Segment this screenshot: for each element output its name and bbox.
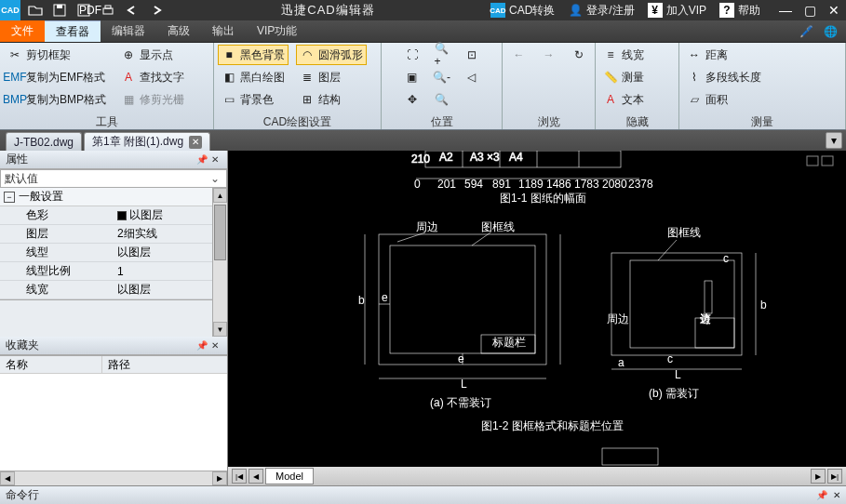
tab-vip[interactable]: VIP功能 — [246, 20, 308, 42]
show-point-button[interactable]: ⊕显示点 — [117, 45, 188, 65]
favorites-hscroll[interactable]: ◀ ▶ — [0, 471, 227, 485]
copy-emf-button[interactable]: EMF复制为EMF格式 — [4, 67, 110, 87]
close-panel-icon[interactable]: ✕ — [208, 153, 222, 166]
svg-rect-45 — [630, 260, 734, 348]
print-icon[interactable] — [101, 3, 115, 18]
zoom-extents-icon[interactable]: ⊡ — [461, 45, 483, 65]
bw-draw-button[interactable]: ◧黑白绘图 — [218, 67, 289, 87]
pin-icon[interactable]: 📌 — [816, 490, 827, 500]
open-icon[interactable] — [28, 3, 43, 18]
tab-scroll-next-icon[interactable]: ▶ — [811, 469, 826, 484]
drawing-canvas[interactable]: 210 A2 A3 ×3 A4 0 201 594 891 1189 1486 — [228, 151, 846, 467]
tab-editor[interactable]: 编辑器 — [101, 20, 156, 42]
nav-refresh-icon[interactable]: ↻ — [568, 45, 590, 65]
minimize-button[interactable]: — — [773, 1, 798, 20]
command-line[interactable]: 命令行 📌 ✕ — [0, 485, 846, 504]
tab-scroll-last-icon[interactable]: ▶| — [827, 469, 842, 484]
prop-row-layer[interactable]: 图层2细实线 — [0, 225, 227, 244]
tab-scroll-first-icon[interactable]: |◀ — [232, 469, 247, 484]
area-icon: ▱ — [687, 92, 702, 107]
smooth-arc-button[interactable]: ◠圆滑弧形 — [296, 45, 367, 65]
zoom-window-icon[interactable]: ▣ — [401, 67, 423, 87]
svg-text:c: c — [667, 352, 673, 365]
collapse-icon[interactable]: − — [4, 192, 15, 203]
properties-scrollbar[interactable]: ▲ ▼ — [212, 188, 227, 337]
pin-icon[interactable]: 📌 — [195, 339, 208, 352]
close-cmdline-icon[interactable]: ✕ — [833, 490, 840, 500]
vip-button[interactable]: ¥加入VIP — [642, 3, 712, 19]
pan-icon[interactable]: ✥ — [401, 89, 423, 110]
undo-icon[interactable] — [125, 3, 140, 18]
text-button[interactable]: A文本 — [599, 89, 648, 110]
ribbon: ✂剪切框架 EMF复制为EMF格式 BMP复制为BMP格式 ⊕显示点 A查找文字… — [0, 43, 846, 130]
pen-icon[interactable]: 🖊️ — [798, 23, 814, 40]
save-icon[interactable] — [52, 3, 67, 18]
prop-row-linetype[interactable]: 线型以图层 — [0, 244, 227, 262]
svg-text:(b) 需装订: (b) 需装订 — [649, 387, 699, 400]
scroll-left-icon[interactable]: ◀ — [0, 471, 15, 485]
login-button[interactable]: 👤登录/注册 — [562, 3, 639, 19]
target-icon: ⊕ — [121, 47, 136, 62]
group-label-position: 位置 — [385, 114, 498, 129]
tab-scroll-prev-icon[interactable]: ◀ — [248, 469, 263, 484]
tab-viewer[interactable]: 查看器 — [45, 20, 101, 42]
prop-row-linescale[interactable]: 线型比例1 — [0, 262, 227, 281]
col-name[interactable]: 名称 — [0, 356, 102, 373]
close-panel-icon[interactable]: ✕ — [208, 339, 222, 352]
model-tab[interactable]: Model — [265, 468, 314, 484]
prop-row-linewidth[interactable]: 线宽以图层 — [0, 281, 227, 299]
close-button[interactable]: ✕ — [822, 1, 846, 20]
tab-file[interactable]: 文件 — [0, 20, 45, 42]
distance-button[interactable]: ↔距离 — [683, 45, 765, 65]
redo-icon[interactable] — [149, 3, 164, 18]
copy-bmp-button[interactable]: BMP复制为BMP格式 — [4, 89, 110, 110]
zoom-out-icon[interactable]: 🔍- — [431, 67, 453, 87]
measure-button[interactable]: 📏测量 — [599, 67, 648, 87]
scroll-thumb[interactable] — [214, 205, 226, 260]
search-icon: A — [121, 70, 136, 85]
save-pdf-icon[interactable]: PDF — [76, 3, 91, 18]
tab-advanced[interactable]: 高级 — [156, 20, 201, 42]
bg-color-button[interactable]: ▭背景色 — [218, 89, 289, 110]
globe-icon[interactable]: 🌐 — [822, 23, 839, 40]
find-text-button[interactable]: A查找文字 — [117, 67, 188, 87]
zoom-realtime-icon[interactable]: 🔍 — [431, 89, 453, 110]
close-tab-icon[interactable]: ✕ — [189, 136, 202, 149]
distance-icon: ↔ — [687, 47, 702, 62]
tab-dropdown-icon[interactable]: ▾ — [826, 132, 842, 149]
svg-rect-5 — [105, 6, 111, 8]
pin-icon[interactable]: 📌 — [195, 153, 208, 166]
doc-tab-1[interactable]: J-TB02.dwg — [6, 132, 82, 151]
help-button[interactable]: ?帮助 — [714, 3, 766, 19]
prop-row-color[interactable]: 色彩以图层 — [0, 206, 227, 225]
structure-button[interactable]: ⊞结构 — [296, 89, 367, 110]
area-button[interactable]: ▱面积 — [683, 89, 765, 110]
cad-icon: CAD — [490, 3, 505, 18]
maximize-button[interactable]: ▢ — [798, 1, 822, 20]
linewidth-button[interactable]: ≡线宽 — [599, 45, 648, 65]
scroll-up-icon[interactable]: ▲ — [213, 188, 227, 203]
col-path[interactable]: 路径 — [102, 356, 136, 373]
app-logo-icon[interactable]: CAD — [0, 0, 20, 20]
scroll-down-icon[interactable]: ▼ — [213, 322, 227, 337]
svg-line-51 — [658, 240, 677, 260]
svg-text:e: e — [382, 291, 388, 304]
black-bg-button[interactable]: ■黑色背景 — [218, 45, 289, 65]
chevron-down-icon: ⌄ — [208, 172, 222, 185]
svg-text:图框线: 图框线 — [667, 226, 701, 239]
layers-button[interactable]: ≣图层 — [296, 67, 367, 87]
scroll-right-icon[interactable]: ▶ — [212, 471, 227, 485]
tab-output[interactable]: 输出 — [201, 20, 246, 42]
zoom-fit-icon[interactable]: ⛶ — [401, 45, 423, 65]
zoom-prev-icon[interactable]: ◁ — [461, 67, 483, 87]
clip-frame-button[interactable]: ✂剪切框架 — [4, 45, 110, 65]
doc-tab-2[interactable]: 第1章 附图(1).dwg✕ — [84, 132, 210, 151]
zoom-in-icon[interactable]: 🔍+ — [431, 45, 453, 65]
prop-category-general[interactable]: −一般设置 — [0, 188, 227, 206]
svg-text:A4: A4 — [509, 151, 523, 164]
cad-convert-button[interactable]: CADCAD转换 — [485, 3, 560, 19]
svg-text:2378: 2378 — [628, 178, 653, 191]
color-swatch — [117, 211, 127, 220]
polyline-len-button[interactable]: ⌇多段线长度 — [683, 67, 765, 87]
default-combo[interactable]: 默认值⌄ — [0, 169, 227, 188]
